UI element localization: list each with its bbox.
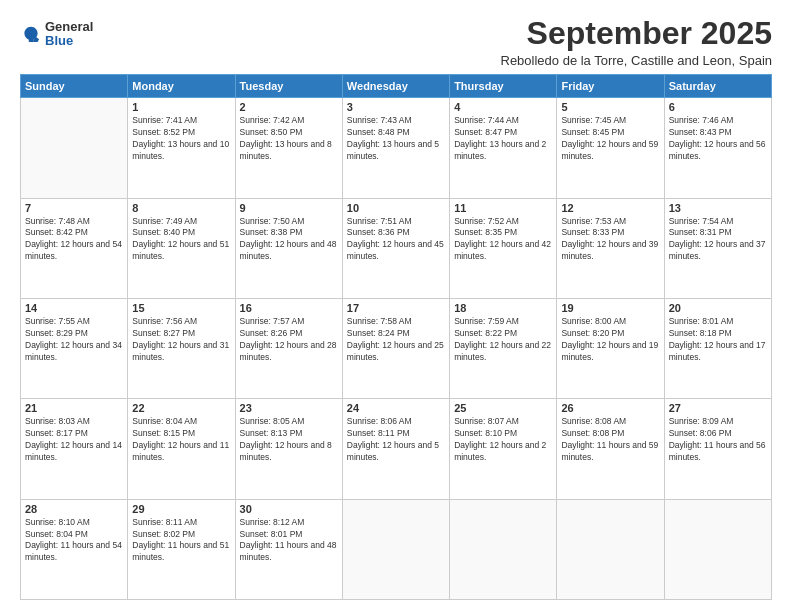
calendar-cell: 23Sunrise: 8:05 AMSunset: 8:13 PMDayligh…: [235, 399, 342, 499]
calendar-cell: 12Sunrise: 7:53 AMSunset: 8:33 PMDayligh…: [557, 198, 664, 298]
day-info: Sunrise: 8:04 AMSunset: 8:15 PMDaylight:…: [132, 416, 230, 464]
subtitle: Rebolledo de la Torre, Castille and Leon…: [501, 53, 773, 68]
calendar-cell: 24Sunrise: 8:06 AMSunset: 8:11 PMDayligh…: [342, 399, 449, 499]
calendar-cell: 4Sunrise: 7:44 AMSunset: 8:47 PMDaylight…: [450, 98, 557, 198]
calendar-cell: 27Sunrise: 8:09 AMSunset: 8:06 PMDayligh…: [664, 399, 771, 499]
day-number: 6: [669, 101, 767, 113]
calendar-cell: 17Sunrise: 7:58 AMSunset: 8:24 PMDayligh…: [342, 298, 449, 398]
calendar-cell: 30Sunrise: 8:12 AMSunset: 8:01 PMDayligh…: [235, 499, 342, 599]
calendar-cell: [557, 499, 664, 599]
logo: General Blue: [20, 20, 93, 49]
day-info: Sunrise: 8:11 AMSunset: 8:02 PMDaylight:…: [132, 517, 230, 565]
day-info: Sunrise: 8:07 AMSunset: 8:10 PMDaylight:…: [454, 416, 552, 464]
day-info: Sunrise: 8:09 AMSunset: 8:06 PMDaylight:…: [669, 416, 767, 464]
day-info: Sunrise: 7:45 AMSunset: 8:45 PMDaylight:…: [561, 115, 659, 163]
day-info: Sunrise: 7:50 AMSunset: 8:38 PMDaylight:…: [240, 216, 338, 264]
calendar-week-row: 28Sunrise: 8:10 AMSunset: 8:04 PMDayligh…: [21, 499, 772, 599]
day-number: 12: [561, 202, 659, 214]
day-number: 16: [240, 302, 338, 314]
day-number: 15: [132, 302, 230, 314]
day-number: 17: [347, 302, 445, 314]
day-info: Sunrise: 7:51 AMSunset: 8:36 PMDaylight:…: [347, 216, 445, 264]
day-info: Sunrise: 7:49 AMSunset: 8:40 PMDaylight:…: [132, 216, 230, 264]
day-number: 23: [240, 402, 338, 414]
logo-general: General: [45, 20, 93, 34]
weekday-header: Sunday: [21, 75, 128, 98]
day-info: Sunrise: 8:01 AMSunset: 8:18 PMDaylight:…: [669, 316, 767, 364]
calendar-cell: 25Sunrise: 8:07 AMSunset: 8:10 PMDayligh…: [450, 399, 557, 499]
calendar-cell: 8Sunrise: 7:49 AMSunset: 8:40 PMDaylight…: [128, 198, 235, 298]
day-number: 3: [347, 101, 445, 113]
calendar-week-row: 14Sunrise: 7:55 AMSunset: 8:29 PMDayligh…: [21, 298, 772, 398]
calendar-cell: 3Sunrise: 7:43 AMSunset: 8:48 PMDaylight…: [342, 98, 449, 198]
calendar-cell: 7Sunrise: 7:48 AMSunset: 8:42 PMDaylight…: [21, 198, 128, 298]
day-number: 1: [132, 101, 230, 113]
day-number: 30: [240, 503, 338, 515]
day-number: 19: [561, 302, 659, 314]
day-info: Sunrise: 7:42 AMSunset: 8:50 PMDaylight:…: [240, 115, 338, 163]
day-info: Sunrise: 7:55 AMSunset: 8:29 PMDaylight:…: [25, 316, 123, 364]
day-number: 8: [132, 202, 230, 214]
day-number: 25: [454, 402, 552, 414]
logo-blue: Blue: [45, 34, 93, 48]
calendar-week-row: 7Sunrise: 7:48 AMSunset: 8:42 PMDaylight…: [21, 198, 772, 298]
day-number: 22: [132, 402, 230, 414]
calendar-cell: 6Sunrise: 7:46 AMSunset: 8:43 PMDaylight…: [664, 98, 771, 198]
weekday-header: Friday: [557, 75, 664, 98]
calendar-cell: 21Sunrise: 8:03 AMSunset: 8:17 PMDayligh…: [21, 399, 128, 499]
day-info: Sunrise: 8:06 AMSunset: 8:11 PMDaylight:…: [347, 416, 445, 464]
day-info: Sunrise: 7:43 AMSunset: 8:48 PMDaylight:…: [347, 115, 445, 163]
calendar-week-row: 21Sunrise: 8:03 AMSunset: 8:17 PMDayligh…: [21, 399, 772, 499]
calendar-cell: 15Sunrise: 7:56 AMSunset: 8:27 PMDayligh…: [128, 298, 235, 398]
calendar-cell: [342, 499, 449, 599]
logo-text: General Blue: [45, 20, 93, 49]
day-number: 4: [454, 101, 552, 113]
day-info: Sunrise: 7:41 AMSunset: 8:52 PMDaylight:…: [132, 115, 230, 163]
day-info: Sunrise: 7:53 AMSunset: 8:33 PMDaylight:…: [561, 216, 659, 264]
weekday-header: Monday: [128, 75, 235, 98]
calendar-cell: 9Sunrise: 7:50 AMSunset: 8:38 PMDaylight…: [235, 198, 342, 298]
calendar-cell: 16Sunrise: 7:57 AMSunset: 8:26 PMDayligh…: [235, 298, 342, 398]
weekday-header: Tuesday: [235, 75, 342, 98]
day-number: 20: [669, 302, 767, 314]
calendar-cell: 14Sunrise: 7:55 AMSunset: 8:29 PMDayligh…: [21, 298, 128, 398]
day-number: 18: [454, 302, 552, 314]
calendar-cell: 20Sunrise: 8:01 AMSunset: 8:18 PMDayligh…: [664, 298, 771, 398]
day-info: Sunrise: 8:10 AMSunset: 8:04 PMDaylight:…: [25, 517, 123, 565]
logo-icon: [20, 23, 42, 45]
day-info: Sunrise: 7:58 AMSunset: 8:24 PMDaylight:…: [347, 316, 445, 364]
calendar-cell: [664, 499, 771, 599]
calendar-header-row: SundayMondayTuesdayWednesdayThursdayFrid…: [21, 75, 772, 98]
calendar-cell: 19Sunrise: 8:00 AMSunset: 8:20 PMDayligh…: [557, 298, 664, 398]
day-info: Sunrise: 7:56 AMSunset: 8:27 PMDaylight:…: [132, 316, 230, 364]
day-info: Sunrise: 7:59 AMSunset: 8:22 PMDaylight:…: [454, 316, 552, 364]
day-number: 7: [25, 202, 123, 214]
calendar-cell: 11Sunrise: 7:52 AMSunset: 8:35 PMDayligh…: [450, 198, 557, 298]
calendar-cell: 10Sunrise: 7:51 AMSunset: 8:36 PMDayligh…: [342, 198, 449, 298]
day-info: Sunrise: 7:52 AMSunset: 8:35 PMDaylight:…: [454, 216, 552, 264]
day-number: 2: [240, 101, 338, 113]
calendar-cell: 28Sunrise: 8:10 AMSunset: 8:04 PMDayligh…: [21, 499, 128, 599]
calendar-cell: [21, 98, 128, 198]
calendar: SundayMondayTuesdayWednesdayThursdayFrid…: [20, 74, 772, 600]
calendar-cell: 29Sunrise: 8:11 AMSunset: 8:02 PMDayligh…: [128, 499, 235, 599]
page: General Blue September 2025 Rebolledo de…: [0, 0, 792, 612]
day-info: Sunrise: 8:03 AMSunset: 8:17 PMDaylight:…: [25, 416, 123, 464]
day-number: 27: [669, 402, 767, 414]
day-info: Sunrise: 8:08 AMSunset: 8:08 PMDaylight:…: [561, 416, 659, 464]
day-number: 13: [669, 202, 767, 214]
day-info: Sunrise: 7:57 AMSunset: 8:26 PMDaylight:…: [240, 316, 338, 364]
day-number: 29: [132, 503, 230, 515]
day-info: Sunrise: 7:44 AMSunset: 8:47 PMDaylight:…: [454, 115, 552, 163]
day-number: 21: [25, 402, 123, 414]
calendar-week-row: 1Sunrise: 7:41 AMSunset: 8:52 PMDaylight…: [21, 98, 772, 198]
day-number: 5: [561, 101, 659, 113]
day-number: 28: [25, 503, 123, 515]
weekday-header: Saturday: [664, 75, 771, 98]
day-number: 26: [561, 402, 659, 414]
day-number: 9: [240, 202, 338, 214]
calendar-cell: 1Sunrise: 7:41 AMSunset: 8:52 PMDaylight…: [128, 98, 235, 198]
weekday-header: Wednesday: [342, 75, 449, 98]
day-number: 24: [347, 402, 445, 414]
calendar-cell: 5Sunrise: 7:45 AMSunset: 8:45 PMDaylight…: [557, 98, 664, 198]
